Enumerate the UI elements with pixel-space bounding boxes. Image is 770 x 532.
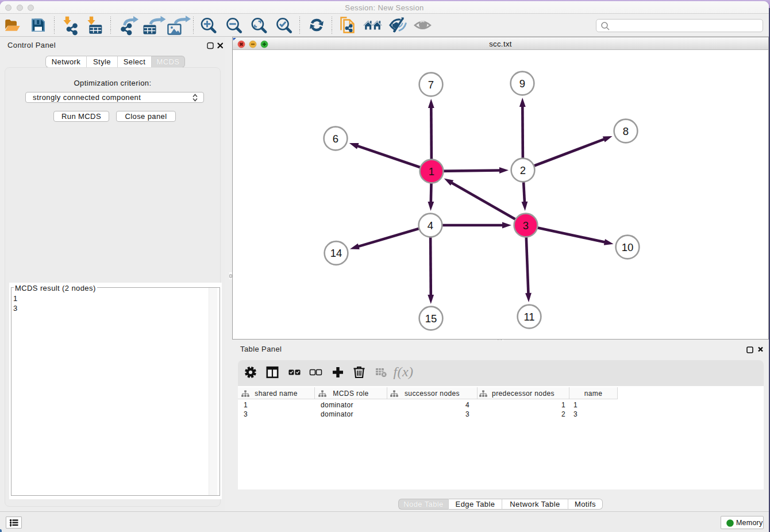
svg-text:9: 9 — [519, 78, 525, 90]
svg-text:15: 15 — [425, 313, 437, 325]
svg-text:4: 4 — [428, 219, 433, 232]
svg-text:11: 11 — [523, 311, 534, 323]
svg-text:7: 7 — [428, 79, 434, 91]
svg-text:10: 10 — [622, 241, 634, 253]
svg-text:8: 8 — [623, 125, 629, 137]
svg-text:3: 3 — [523, 219, 529, 232]
svg-text:14: 14 — [330, 247, 342, 259]
svg-text:6: 6 — [333, 133, 338, 145]
svg-text:f(x): f(x) — [394, 364, 414, 379]
svg-text:2: 2 — [520, 164, 526, 176]
svg-text:1: 1 — [429, 165, 434, 178]
